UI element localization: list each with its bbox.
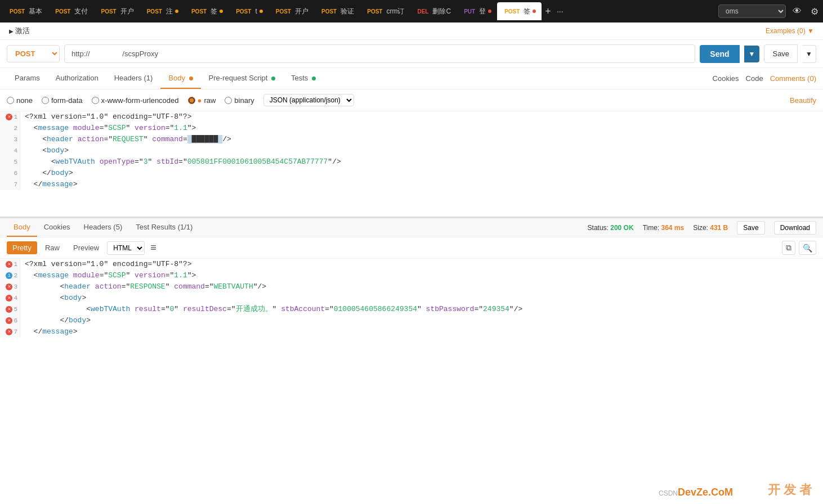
req-code-6: </body> xyxy=(20,168,823,179)
req-line-4: 4 <body> xyxy=(0,145,823,156)
tab-basic[interactable]: POST 基本 xyxy=(2,2,48,20)
method-badge-11: PUT xyxy=(462,8,477,15)
response-format-bar: Pretty Raw Preview HTML JSON XML Text ≡ … xyxy=(0,237,823,259)
req-code-7: </message> xyxy=(20,179,823,190)
tab-headers[interactable]: Headers (1) xyxy=(106,68,161,89)
tab-login[interactable]: PUT 登 xyxy=(457,2,497,20)
tab-del[interactable]: DEL 删除C xyxy=(410,2,457,20)
tab-pre-request[interactable]: Pre-request Script xyxy=(201,68,283,89)
add-tab-button[interactable]: + xyxy=(542,0,554,22)
body-dot xyxy=(189,76,193,80)
tab-dot-6 xyxy=(260,10,263,13)
resp-line-num-2: i 2 xyxy=(0,270,20,281)
resp-tab-body[interactable]: Body xyxy=(7,218,37,237)
beautify-button[interactable]: Beautify xyxy=(790,96,816,105)
cookies-link[interactable]: Cookies xyxy=(713,74,739,83)
radio-urlencoded-input[interactable] xyxy=(92,97,99,104)
more-tabs-button[interactable]: ··· xyxy=(554,7,566,16)
tab-verify[interactable]: POST 验证 xyxy=(314,2,360,20)
resp-line-num-7: ✕ 7 xyxy=(0,326,20,338)
save-button[interactable]: Save xyxy=(764,44,798,63)
method-badge-10: DEL xyxy=(415,8,430,15)
method-badge-12: POST xyxy=(503,8,521,15)
examples-link[interactable]: Examples (0) ▼ xyxy=(766,27,814,35)
req-line-num-3: 3 xyxy=(0,134,20,145)
resp-tab-headers[interactable]: Headers (5) xyxy=(77,218,129,237)
settings-icon-button[interactable]: ⚙ xyxy=(808,4,821,19)
tab-bar: POST 基本 POST 支付 POST 开户 POST 注 POST 签 PO… xyxy=(0,0,823,22)
radio-binary-input[interactable] xyxy=(225,97,232,104)
environment-select[interactable]: oms xyxy=(718,4,786,18)
size-value: 431 B xyxy=(710,224,728,232)
tab-tests[interactable]: Tests xyxy=(283,68,324,89)
method-badge-3: POST xyxy=(99,8,118,15)
format-pretty-button[interactable]: Pretty xyxy=(7,241,37,254)
method-select[interactable]: POST GET PUT DELETE xyxy=(7,45,60,62)
resp-code-6: </body> xyxy=(20,315,823,326)
format-type-select[interactable]: HTML JSON XML Text xyxy=(107,241,145,255)
tab-crm[interactable]: POST crm订 xyxy=(360,2,410,20)
pre-request-dot xyxy=(271,76,275,80)
radio-form-data[interactable]: form-data xyxy=(42,96,83,105)
radio-raw[interactable]: ● raw xyxy=(188,96,216,105)
resp-error-icon-6: ✕ xyxy=(6,317,12,324)
resp-code-5: <webTVAuth result="0" resultDesc="开通成功。"… xyxy=(20,304,823,315)
resp-format-right: ⧉ 🔍 xyxy=(782,241,816,255)
tab-label-4: 注 xyxy=(166,7,173,16)
word-wrap-button[interactable]: ≡ xyxy=(147,241,160,255)
resp-line-num-1: ✕ 1 xyxy=(0,259,20,270)
eye-icon-button[interactable]: 👁 xyxy=(790,4,804,19)
tab-dot-12 xyxy=(533,10,536,13)
req-line-num-6: 6 xyxy=(0,168,20,179)
tab-body[interactable]: Body xyxy=(160,68,200,89)
tab-open-acct[interactable]: POST 开户 xyxy=(93,2,139,20)
tab-sign[interactable]: POST 签 xyxy=(184,2,229,20)
tab-bar-right: oms 👁 ⚙ xyxy=(718,4,821,19)
response-status-bar: Status: 200 OK Time: 364 ms Size: 431 B … xyxy=(588,221,816,235)
tab-pay[interactable]: POST 支付 xyxy=(48,2,93,20)
status-label: Status: 200 OK xyxy=(588,224,634,232)
radio-none[interactable]: none xyxy=(7,96,33,105)
response-download-button[interactable]: Download xyxy=(774,221,816,235)
send-dropdown-button[interactable]: ▼ xyxy=(744,46,760,62)
method-badge-6: POST xyxy=(234,8,253,15)
tab-label-9: crm订 xyxy=(386,7,404,16)
format-preview-button[interactable]: Preview xyxy=(68,241,105,254)
req-line-6: 6 </body> xyxy=(0,168,823,179)
tab-open2[interactable]: POST 开户 xyxy=(269,2,314,20)
resp-line-6: ✕ 6 </body> xyxy=(0,315,823,326)
send-button[interactable]: Send xyxy=(700,45,739,63)
req-line-7: 7 </message> xyxy=(0,179,823,190)
resp-error-icon-1: ✕ xyxy=(6,261,12,268)
tab-authorization[interactable]: Authorization xyxy=(48,68,106,89)
resp-line-2: i 2 <message module="SCSP" version="1.1"… xyxy=(0,270,823,281)
copy-icon-button[interactable]: ⧉ xyxy=(782,241,795,255)
format-raw-button[interactable]: Raw xyxy=(39,241,65,254)
req-line-2: 2 <message module="SCSP" version="1.1"> xyxy=(0,123,823,134)
radio-binary[interactable]: binary xyxy=(225,96,254,105)
code-link[interactable]: Code xyxy=(746,74,763,83)
response-save-button[interactable]: Save xyxy=(737,221,764,235)
radio-raw-input[interactable] xyxy=(188,97,195,104)
resp-tab-test-results[interactable]: Test Results (1/1) xyxy=(129,218,199,237)
req-line-num-2: 2 xyxy=(0,123,20,134)
tab-params[interactable]: Params xyxy=(7,68,48,89)
tab-reg[interactable]: POST 注 xyxy=(140,2,184,20)
radio-none-input[interactable] xyxy=(7,97,14,104)
method-badge-9: POST xyxy=(365,8,384,15)
radio-urlencoded[interactable]: x-www-form-urlencoded xyxy=(92,96,179,105)
comments-link[interactable]: Comments (0) xyxy=(770,74,816,83)
tab-dot-5 xyxy=(220,10,223,13)
resp-tab-cookies[interactable]: Cookies xyxy=(37,218,77,237)
search-icon-button[interactable]: 🔍 xyxy=(799,241,816,255)
url-input[interactable] xyxy=(64,44,695,63)
tab-t[interactable]: POST t xyxy=(229,2,269,20)
json-format-select[interactable]: JSON (application/json) XML (application… xyxy=(263,94,354,106)
radio-form-data-input[interactable] xyxy=(42,97,49,104)
tabs-row-right: Cookies Code Comments (0) xyxy=(713,74,816,83)
tab-active-sign[interactable]: POST 签 xyxy=(497,2,542,20)
size-label: Size: 431 B xyxy=(693,224,728,232)
time-label: Time: 364 ms xyxy=(643,224,685,232)
save-dropdown-button[interactable]: ▼ xyxy=(802,45,816,63)
req-code-2: <message module="SCSP" version="1.1"> xyxy=(20,123,823,134)
